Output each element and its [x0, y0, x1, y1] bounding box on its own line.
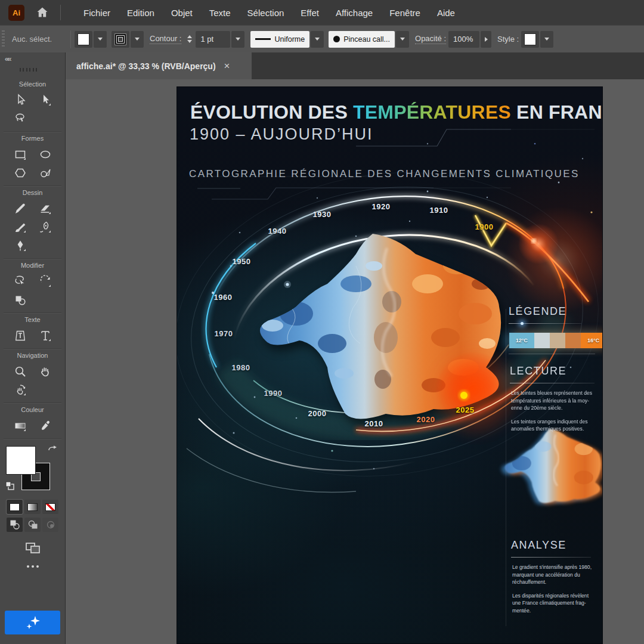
tool-free-transform[interactable]: [10, 272, 30, 290]
document-tab[interactable]: affiche.ai* @ 33,33 % (RVB/Aperçu) ×: [66, 52, 252, 79]
tool-pencil[interactable]: [10, 199, 30, 218]
legend-swatch: [550, 333, 565, 348]
menu-texte[interactable]: Texte: [201, 0, 239, 25]
menu-edition[interactable]: Edition: [119, 0, 163, 25]
tool-rectangle[interactable]: [10, 145, 30, 163]
toolbar-sections: SélectionFormesDessinModifierTexteNaviga…: [0, 78, 65, 439]
default-fill-stroke-icon[interactable]: [5, 481, 16, 494]
menu-objet[interactable]: Objet: [163, 0, 201, 25]
opacity-label[interactable]: Opacité :: [415, 34, 446, 44]
menu-affichage[interactable]: Affichage: [327, 0, 381, 25]
menu-effet[interactable]: Effet: [292, 0, 327, 25]
fill-color-swatch[interactable]: [75, 31, 92, 48]
tool-lasso[interactable]: [10, 109, 30, 128]
draw-inside-button: [42, 518, 58, 532]
tool-shaper[interactable]: [35, 163, 55, 182]
lecture-text: Les teintes bleues représentent destempé…: [511, 389, 602, 439]
tool-direct-selection[interactable]: [35, 91, 55, 109]
year-label-1910: 1910: [430, 206, 448, 215]
illustrator-logo[interactable]: Ai: [8, 5, 24, 21]
rotate-view-icon: [13, 383, 27, 397]
document-tab-title: affiche.ai* @ 33,33 % (RVB/Aperçu): [76, 61, 216, 71]
menu-selection[interactable]: Sélection: [239, 0, 293, 25]
tools-panel-header: ««: [0, 52, 65, 78]
tools-panel-grip[interactable]: [20, 68, 39, 72]
gradient-fill-button[interactable]: [24, 500, 41, 514]
brush-dropdown[interactable]: [396, 31, 409, 48]
color-fill-button[interactable]: [7, 500, 23, 514]
tool-rotate[interactable]: [35, 272, 55, 290]
toolbar-section-selection: Sélection: [0, 78, 65, 128]
style-swatch[interactable]: [521, 31, 539, 48]
rectangle-icon: [13, 147, 27, 162]
menu-aide[interactable]: Aide: [429, 0, 463, 25]
free-transform-icon: [13, 274, 27, 289]
tool-paintbrush[interactable]: [10, 218, 30, 236]
style-label: Style :: [497, 35, 519, 44]
opacity-field[interactable]: 100%: [448, 31, 479, 48]
panel-grip[interactable]: [2, 30, 5, 48]
lecture-underline: [510, 383, 595, 383]
polygon-icon: [13, 166, 27, 180]
home-icon[interactable]: [35, 5, 49, 20]
menu-fenetre[interactable]: Fenêtre: [381, 0, 429, 25]
year-label-2020: 2020: [417, 415, 435, 424]
draw-behind-button[interactable]: [24, 518, 41, 532]
swap-fill-stroke-icon[interactable]: [47, 445, 58, 457]
tab-close-icon[interactable]: ×: [224, 60, 230, 72]
tool-selection[interactable]: [10, 91, 30, 109]
stroke-width-field[interactable]: 1 pt: [196, 31, 230, 48]
tool-hand[interactable]: [35, 362, 55, 380]
stroke-color-dropdown[interactable]: [131, 31, 144, 48]
sidebar-rule: [506, 309, 506, 626]
stroke-width-dropdown[interactable]: [231, 31, 244, 48]
type-icon: [38, 329, 52, 343]
tool-type[interactable]: [35, 326, 55, 345]
tool-pen[interactable]: [10, 236, 30, 255]
tab-bar: affiche.ai* @ 33,33 % (RVB/Aperçu) ×: [66, 52, 644, 79]
tool-curvature-pen[interactable]: [35, 218, 55, 236]
draw-normal-button[interactable]: [7, 518, 23, 532]
stroke-label[interactable]: Contour :: [150, 34, 181, 44]
fill-stroke-widget: [0, 444, 65, 495]
fill-proxy[interactable]: [6, 446, 36, 475]
tool-ellipse[interactable]: [35, 145, 55, 163]
generative-ai-button[interactable]: [5, 611, 60, 634]
no-fill-button[interactable]: [42, 500, 58, 514]
more-tools-button[interactable]: [0, 565, 65, 568]
tool-shape-builder[interactable]: [10, 290, 30, 309]
brush-control[interactable]: Pinceau call...: [329, 31, 395, 48]
stroke-width-stepper[interactable]: [185, 35, 194, 43]
tool-eyedropper[interactable]: [35, 416, 55, 435]
opacity-options-button[interactable]: [481, 31, 491, 48]
eyedropper-icon: [38, 419, 52, 433]
fill-color-dropdown[interactable]: [94, 31, 107, 48]
tool-eraser[interactable]: [35, 199, 55, 218]
shaper-icon: [38, 166, 52, 180]
toolbar-section-label: Navigation: [0, 352, 65, 362]
poster-title: ÉVOLUTION DES TEMPÉRATURES EN FRANCE: [190, 101, 603, 123]
lecture-heading: LECTURE: [510, 365, 566, 377]
style-dropdown[interactable]: [540, 31, 553, 48]
analyse-underline: [511, 557, 591, 558]
tool-touch-type[interactable]: [10, 326, 30, 345]
toolbar-section-dessin: Dessin: [0, 186, 65, 255]
artboard-tool-icon[interactable]: [0, 540, 65, 556]
tool-polygon[interactable]: [10, 163, 30, 182]
stroke-color-swatch[interactable]: [112, 31, 129, 48]
tool-rotate-view[interactable]: [10, 380, 30, 399]
legend-swatch-12°C: 12°C: [509, 333, 534, 348]
stroke-profile-dropdown[interactable]: [311, 31, 324, 48]
collapse-panel-icon[interactable]: ««: [5, 55, 10, 63]
artboard[interactable]: ÉVOLUTION DES TEMPÉRATURES EN FRANCE 190…: [177, 86, 603, 644]
year-label-2000: 2000: [308, 409, 327, 418]
illustrator-window: Ai FichierEditionObjetTexteSélectionEffe…: [0, 0, 644, 644]
legend-swatch: [534, 333, 550, 348]
canvas-pasteboard[interactable]: ÉVOLUTION DES TEMPÉRATURES EN FRANCE 190…: [66, 79, 644, 644]
tool-gradient[interactable]: [10, 416, 30, 435]
rotate-icon: [38, 274, 52, 289]
stroke-profile-control[interactable]: Uniforme: [250, 31, 309, 48]
tool-zoom[interactable]: [10, 362, 30, 380]
menu-fichier[interactable]: Fichier: [75, 0, 119, 25]
ellipse-icon: [38, 147, 52, 162]
